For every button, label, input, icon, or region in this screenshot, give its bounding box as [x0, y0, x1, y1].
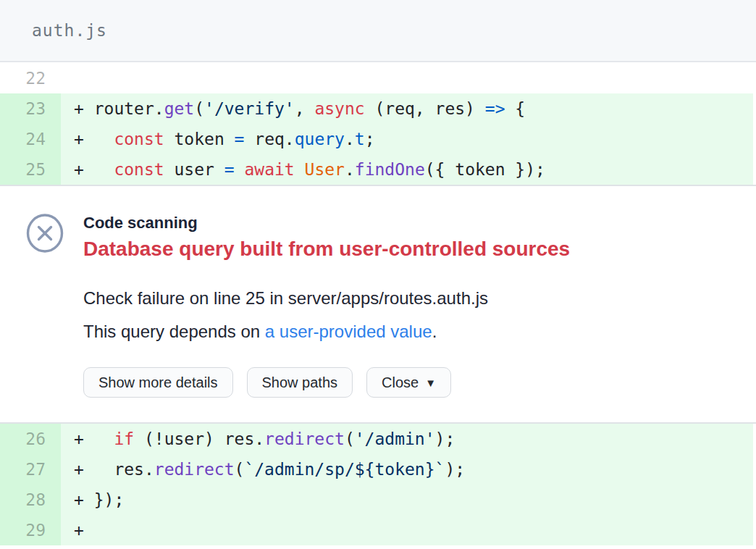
- line-number[interactable]: 23: [0, 93, 61, 124]
- line-number[interactable]: 28: [0, 485, 61, 515]
- file-header: auth.js: [0, 0, 756, 62]
- line-number[interactable]: 24: [0, 124, 61, 154]
- line-number[interactable]: 26: [0, 424, 61, 454]
- close-dropdown-button[interactable]: Close ▼: [366, 367, 451, 398]
- diff-line-23: 23+ router.get('/verify', async (req, re…: [0, 93, 753, 124]
- diff-line-27: 27+ res.redirect(`/admin/sp/${token}`);: [0, 454, 753, 485]
- line-number[interactable]: 22: [0, 62, 61, 93]
- line-number[interactable]: 25: [0, 154, 61, 185]
- alert-title: Database query built from user-controlle…: [83, 237, 734, 261]
- file-name: auth.js: [32, 21, 107, 40]
- close-label: Close: [382, 374, 419, 391]
- line-number[interactable]: 27: [0, 454, 61, 485]
- bottom-spacer: [0, 545, 756, 548]
- alert-button-row: Show more details Show paths Close ▼: [83, 367, 734, 398]
- caret-down-icon: ▼: [425, 377, 436, 388]
- code-content: + router.get('/verify', async (req, res)…: [61, 93, 753, 124]
- diff-line-24: 24+ const token = req.query.t;: [0, 124, 753, 154]
- diff-viewer: auth.js 2223+ router.get('/verify', asyn…: [0, 0, 756, 549]
- alert-description-prefix: This query depends on: [83, 322, 265, 341]
- user-provided-value-link[interactable]: a user-provided value: [265, 322, 432, 341]
- code-content: + const user = await User.findOne({ toke…: [61, 154, 753, 185]
- show-paths-button[interactable]: Show paths: [247, 367, 353, 398]
- code-content: + });: [61, 485, 753, 515]
- diff-line-25: 25+ const user = await User.findOne({ to…: [0, 154, 753, 185]
- diff-line-28: 28+ });: [0, 485, 753, 515]
- code-content: +: [61, 515, 753, 545]
- show-more-details-button[interactable]: Show more details: [83, 367, 233, 398]
- alert-location-text: Check failure on line 25 in server/apps/…: [83, 288, 734, 309]
- x-circle-icon: [26, 214, 64, 256]
- alert-tool-label: Code scanning: [83, 214, 734, 232]
- diff-line-26: 26+ if (!user) res.redirect('/admin');: [0, 424, 753, 454]
- diff-line-22: 22: [0, 62, 753, 93]
- code-scanning-annotation: Code scanning Database query built from …: [0, 185, 756, 424]
- code-content: + res.redirect(`/admin/sp/${token}`);: [61, 454, 753, 485]
- show-paths-label: Show paths: [262, 374, 338, 391]
- diff-line-29: 29+: [0, 515, 753, 545]
- code-content: + const token = req.query.t;: [61, 124, 753, 154]
- diff-table-top: 2223+ router.get('/verify', async (req, …: [0, 62, 756, 185]
- alert-content: Code scanning Database query built from …: [83, 214, 734, 398]
- code-content: + if (!user) res.redirect('/admin');: [61, 424, 753, 454]
- line-number[interactable]: 29: [0, 515, 61, 545]
- diff-table-bottom: 26+ if (!user) res.redirect('/admin');27…: [0, 424, 756, 545]
- show-more-details-label: Show more details: [98, 374, 218, 391]
- alert-description: This query depends on a user-provided va…: [83, 321, 734, 343]
- alert-description-suffix: .: [432, 322, 437, 341]
